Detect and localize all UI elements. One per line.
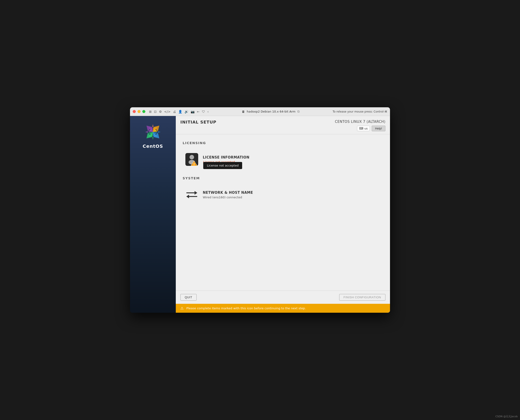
titlebar-center: 🖥 hadoop2 Debian 10.x 64-bit Arm ⧉ xyxy=(211,110,331,113)
centos-text: CentOS xyxy=(143,143,163,149)
user-icon[interactable]: 👤 xyxy=(178,110,182,113)
bottom-bar: QUIT FINISH CONFIGURATION xyxy=(176,291,390,304)
top-bar-controls: ⌨ us Help! xyxy=(357,126,385,131)
finish-configuration-button[interactable]: FINISH CONFIGURATION xyxy=(339,294,385,300)
top-bar-right: CENTOS LINUX 7 (ALTARCH) ⌨ us Help! xyxy=(335,120,385,131)
keyboard-lang: us xyxy=(364,127,368,130)
licensing-title: LICENSING xyxy=(183,141,383,145)
main-content: INITIAL SETUP CENTOS LINUX 7 (ALTARCH) ⌨… xyxy=(176,116,390,313)
warning-text: Please complete items marked with this i… xyxy=(186,307,306,310)
license-tooltip: License not accepted xyxy=(203,162,242,169)
centos-version: CENTOS LINUX 7 (ALTARCH) xyxy=(335,120,385,124)
centos-logo: CentOS xyxy=(143,123,163,149)
code-icon[interactable]: </> xyxy=(164,110,170,113)
svg-marker-10 xyxy=(152,137,153,140)
network-name: NETWORK & HOST NAME xyxy=(203,191,253,195)
svg-point-18 xyxy=(190,155,194,159)
svg-marker-25 xyxy=(186,195,189,198)
sidebar: CentOS xyxy=(130,116,176,313)
shield-icon[interactable]: 🛡 xyxy=(202,110,205,113)
keyboard-icon: ⌨ xyxy=(359,127,363,130)
keyboard-indicator[interactable]: ⌨ us xyxy=(357,126,370,131)
titlebar-icons: ⊞ ⊡ ⚙ </> 🖨 👤 🔊 📷 ← 🛡 ‹ xyxy=(149,110,209,113)
license-svg-icon: ! xyxy=(184,152,199,167)
network-status: Wired (ens160) connected xyxy=(203,195,253,199)
maximize-button[interactable] xyxy=(142,110,145,113)
mac-window: ⊞ ⊡ ⚙ </> 🖨 👤 🔊 📷 ← 🛡 ‹ 🖥 hadoop2 Debian… xyxy=(130,107,390,313)
svg-marker-23 xyxy=(195,191,197,195)
license-item[interactable]: ! LICENSE INFORMATION License not accept… xyxy=(183,149,383,170)
network-text: NETWORK & HOST NAME Wired (ens160) conne… xyxy=(203,191,253,199)
content-area: LICENSING xyxy=(176,134,390,291)
centos-logo-svg xyxy=(144,123,162,141)
release-hint: To release your mouse press: Control-⌘ xyxy=(333,110,387,113)
window-title: hadoop2 Debian 10.x 64-bit Arm xyxy=(247,110,296,113)
back-icon[interactable]: ← xyxy=(197,110,199,113)
licensing-section: LICENSING xyxy=(183,141,383,170)
warning-triangle-icon: ⚠ xyxy=(180,306,184,310)
license-name: LICENSE INFORMATION xyxy=(203,155,250,159)
page-title: INITIAL SETUP xyxy=(180,120,216,124)
network-item[interactable]: NETWORK & HOST NAME Wired (ens160) conne… xyxy=(183,185,383,205)
help-button[interactable]: Help! xyxy=(372,126,385,131)
volume-icon[interactable]: 🔊 xyxy=(184,110,188,113)
titlebar: ⊞ ⊡ ⚙ </> 🖨 👤 🔊 📷 ← 🛡 ‹ 🖥 hadoop2 Debian… xyxy=(130,107,390,116)
svg-marker-11 xyxy=(145,131,148,133)
network-svg-icon xyxy=(184,187,199,202)
quit-button[interactable]: QUIT xyxy=(180,294,197,300)
system-title: SYSTEM xyxy=(183,176,383,180)
monitor-icon[interactable]: ⊡ xyxy=(154,110,157,113)
minimize-button[interactable] xyxy=(138,110,140,113)
camera-icon[interactable]: 📷 xyxy=(191,110,195,113)
svg-marker-12 xyxy=(158,131,161,133)
top-bar: INITIAL SETUP CENTOS LINUX 7 (ALTARCH) ⌨… xyxy=(176,116,390,134)
sidebar-toggle-icon[interactable]: ⊞ xyxy=(149,110,152,113)
warning-bar: ⚠ Please complete items marked with this… xyxy=(176,304,390,313)
close-button[interactable] xyxy=(133,110,136,113)
tool-icon[interactable]: ⚙ xyxy=(159,110,162,113)
window-body: CentOS INITIAL SETUP CENTOS LINUX 7 (ALT… xyxy=(130,116,390,313)
print-icon[interactable]: 🖨 xyxy=(173,110,176,113)
svg-marker-9 xyxy=(152,124,153,127)
svg-text:!: ! xyxy=(193,162,195,166)
arrow-icon[interactable]: ‹ xyxy=(207,110,209,113)
system-section: SYSTEM xyxy=(183,176,383,205)
license-icon: ! xyxy=(184,152,199,167)
watermark: CSDN @元元Jacob xyxy=(495,415,518,418)
network-icon xyxy=(184,187,199,202)
